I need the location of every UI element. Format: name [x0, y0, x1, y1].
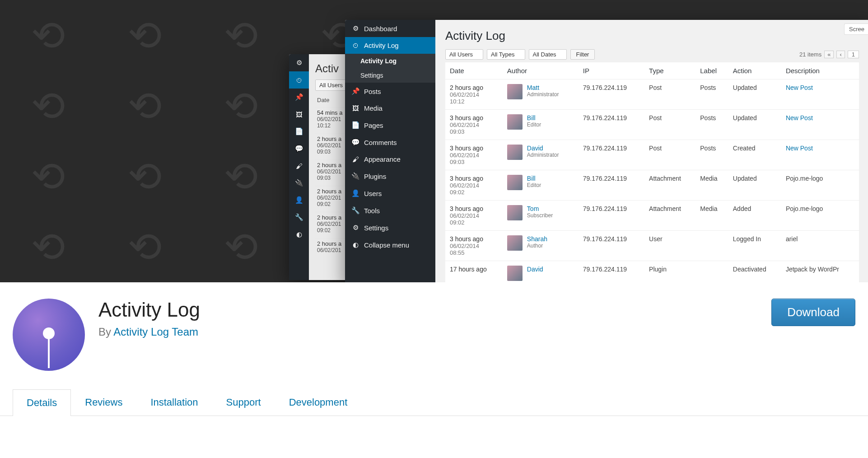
sidebar-item-label: Activity Log	[364, 42, 399, 49]
author-link[interactable]: David	[527, 145, 543, 152]
filter-button[interactable]: Filter	[570, 49, 595, 60]
cell-author: David	[503, 261, 579, 283]
sidebar-item-appearance[interactable]: 🖌Appearance	[345, 151, 435, 168]
sidebar-item-comments[interactable]: 💬Comments	[345, 134, 435, 151]
sidebar-item-label: Dashboard	[364, 25, 397, 33]
tools-icon: 🔧	[351, 206, 359, 215]
pages-icon: 📄	[289, 123, 309, 140]
cell-date: 3 hours ago06/02/201408:55	[445, 231, 503, 261]
media-icon: 🖼	[289, 106, 309, 123]
col-date[interactable]: Date	[445, 62, 503, 79]
table-row: 3 hours ago06/02/201409:03BillEditor79.1…	[445, 110, 859, 140]
collapse-icon: ◐	[351, 241, 359, 249]
description-link[interactable]: New Post	[786, 84, 813, 91]
col-action[interactable]: Action	[728, 62, 781, 79]
author-link[interactable]: Tom	[527, 205, 539, 212]
collapse-menu-button[interactable]: ◐Collapse menu	[345, 236, 435, 253]
cell-action: Updated	[728, 170, 781, 201]
cell-action: Created	[728, 140, 781, 170]
author-role: Administrator	[527, 91, 559, 98]
author-link[interactable]: Matt	[527, 84, 539, 91]
comments-icon: 💬	[351, 138, 359, 146]
sidebar-item-pages[interactable]: 📄Pages	[345, 117, 435, 134]
author-link[interactable]: David	[527, 266, 543, 273]
sidebar-item-tools[interactable]: 🔧Tools	[345, 202, 435, 219]
sidebar-item-settings[interactable]: ⚙Settings	[345, 219, 435, 236]
sidebar-item-posts[interactable]: 📌Posts	[345, 83, 435, 100]
table-row: 3 hours ago06/02/201409:03DavidAdministr…	[445, 140, 859, 170]
col-ip[interactable]: IP	[579, 62, 644, 79]
table-row: 17 hours agoDavid79.176.224.119PluginDea…	[445, 261, 859, 283]
sidebar-item-media[interactable]: 🖼Media	[345, 100, 435, 117]
page-prev-button[interactable]: ‹	[836, 51, 845, 58]
filter-dates-select[interactable]: All Dates	[529, 49, 567, 60]
screen-options-button[interactable]: Scree	[844, 23, 868, 35]
cell-type: Post	[644, 110, 695, 140]
filter-users-select[interactable]: All Users	[445, 49, 483, 60]
sidebar-subitem-activity-log[interactable]: Activity Log	[345, 54, 435, 68]
cell-author: DavidAdministrator	[503, 140, 579, 170]
sidebar-item-users[interactable]: 👤Users	[345, 185, 435, 202]
avatar	[507, 175, 523, 190]
sidebar-item-plugins[interactable]: 🔌Plugins	[345, 168, 435, 185]
col-description[interactable]: Description	[781, 62, 859, 79]
author-role: Author	[527, 243, 547, 249]
page-first-button[interactable]: «	[824, 51, 834, 58]
col-type[interactable]: Type	[644, 62, 695, 79]
activity-log-icon: ⏲	[351, 42, 359, 49]
cell-ip: 79.176.224.119	[579, 201, 644, 231]
cell-ip: 79.176.224.119	[579, 140, 644, 170]
item-count: 21 items	[799, 51, 821, 58]
cell-author: MattAdministrator	[503, 79, 579, 110]
admin-sidebar: ⚙Dashboard⏲Activity LogActivity LogSetti…	[345, 20, 435, 282]
plugin-banner: ⟲⟲⟲⟲⟲⟲⟲⟲⟲ ⟲⟲⟲⟲⟲⟲⟲⟲⟲ ⟲⟲⟲⟲⟲⟲⟲⟲⟲ ⟲⟲⟲⟲⟲⟲⟲⟲⟲ …	[0, 0, 868, 282]
plugin-header: Activity Log By Activity Log Team Downlo…	[0, 282, 868, 375]
sidebar-item-label: Settings	[364, 224, 388, 232]
tab-support[interactable]: Support	[212, 389, 275, 416]
cell-ip: 79.176.224.119	[579, 261, 644, 283]
activity-log-table: DateAuthorIPTypeLabelActionDescription 2…	[445, 62, 859, 282]
sidebar-item-dashboard[interactable]: ⚙Dashboard	[345, 20, 435, 37]
description-link[interactable]: New Post	[786, 145, 813, 152]
download-button[interactable]: Download	[771, 299, 855, 326]
tab-details[interactable]: Details	[13, 389, 71, 416]
plugin-icon	[13, 299, 85, 371]
plugins-icon: 🔌	[289, 174, 309, 192]
cell-label	[695, 261, 728, 283]
col-author[interactable]: Author	[503, 62, 579, 79]
description-link[interactable]: New Post	[786, 114, 813, 122]
author-link[interactable]: Sharah	[527, 235, 547, 243]
filter-types-select[interactable]: All Types	[487, 49, 525, 60]
admin-main: Scree Activity Log All Users All Types A…	[435, 20, 868, 282]
by-prefix: By	[98, 326, 113, 338]
page-current[interactable]: 1	[848, 51, 859, 58]
cell-ip: 79.176.224.119	[579, 110, 644, 140]
sidebar-subitem-settings[interactable]: Settings	[345, 68, 435, 83]
plugin-meta: Activity Log By Activity Log Team	[98, 299, 200, 338]
col-label[interactable]: Label	[695, 62, 728, 79]
author-role: Subscriber	[527, 212, 553, 219]
cell-description: Jetpack by WordPr	[781, 261, 859, 283]
author-link[interactable]: Bill	[527, 175, 536, 182]
sidebar-item-label: Plugins	[364, 173, 386, 180]
cell-ip: 79.176.224.119	[579, 79, 644, 110]
cell-label: Posts	[695, 110, 728, 140]
tab-installation[interactable]: Installation	[136, 389, 212, 416]
pagination: 21 items « ‹ 1	[799, 51, 859, 58]
plugin-tabs: DetailsReviewsInstallationSupportDevelop…	[0, 389, 868, 416]
cell-label: Posts	[695, 79, 728, 110]
cell-date: 3 hours ago06/02/201409:02	[445, 201, 503, 231]
author-link[interactable]: Bill	[527, 114, 536, 122]
tab-development[interactable]: Development	[275, 389, 362, 416]
dashboard-icon: ⚙	[289, 54, 309, 71]
sidebar-item-activity-log[interactable]: ⏲Activity Log	[345, 37, 435, 54]
plugin-byline: By Activity Log Team	[98, 326, 200, 338]
cell-type: Attachment	[644, 201, 695, 231]
cell-action: Deactivated	[728, 261, 781, 283]
plugin-author-link[interactable]: Activity Log Team	[113, 326, 198, 338]
media-icon: 🖼	[351, 104, 359, 112]
cell-type: Plugin	[644, 261, 695, 283]
avatar	[507, 205, 523, 220]
cell-ip: 79.176.224.119	[579, 231, 644, 261]
tab-reviews[interactable]: Reviews	[71, 389, 136, 416]
